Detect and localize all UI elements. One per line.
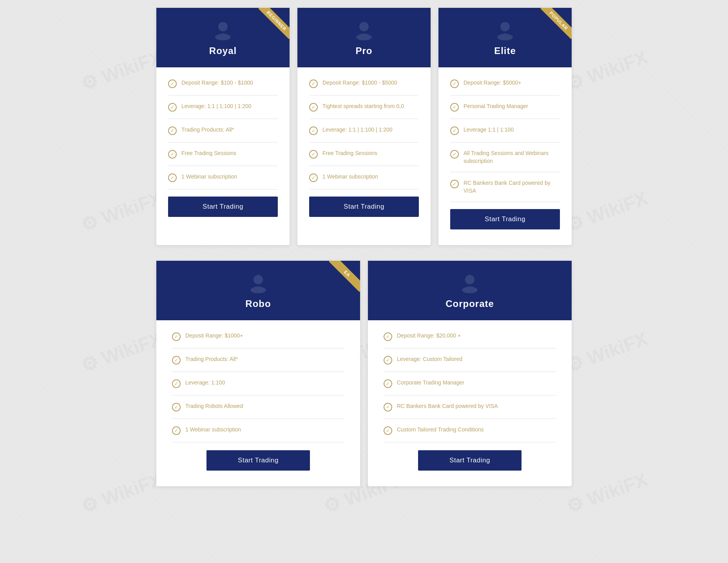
robo-start-trading-button[interactable]: Start Trading	[206, 450, 310, 471]
elite-check-icon-5: ✓	[450, 180, 459, 188]
corporate-check-icon-2: ✓	[384, 356, 392, 365]
royal-feature-text-2: Leverage: 1:1 | 1:100 | 1:200	[181, 103, 252, 110]
check-icon-4: ✓	[168, 150, 177, 159]
corporate-feature-2: ✓ Leverage: Custom Tailored	[384, 355, 556, 372]
elite-feature-text-2: Personal Trading Manager	[464, 103, 528, 110]
elite-feature-text-5: RC Bankers Bank Card powered by VISA	[464, 179, 560, 195]
robo-feature-3: ✓ Leverage: 1:100	[172, 379, 344, 395]
pro-check-icon-1: ✓	[309, 79, 318, 88]
top-plans-row: BEGINNER Royal ✓ Deposit Range: $100 - $…	[24, 8, 704, 245]
robo-check-icon-5: ✓	[172, 426, 181, 435]
royal-feature-5: ✓ 1 Webinar subscription	[168, 173, 278, 189]
royal-feature-1: ✓ Deposit Range: $100 - $1000	[168, 79, 278, 96]
pro-feature-5: ✓ 1 Webinar subscription	[309, 173, 419, 189]
pro-start-trading-button[interactable]: Start Trading	[309, 197, 419, 217]
corporate-feature-text-4: RC Bankers Bank Card powered by VISA	[397, 402, 498, 410]
elite-icon	[493, 19, 517, 42]
check-icon-2: ✓	[168, 103, 177, 112]
robo-check-icon-1: ✓	[172, 332, 181, 341]
page-wrapper: BEGINNER Royal ✓ Deposit Range: $100 - $…	[0, 0, 728, 510]
corporate-start-trading-button[interactable]: Start Trading	[418, 450, 522, 471]
royal-start-trading-button[interactable]: Start Trading	[168, 197, 278, 217]
check-icon-3: ✓	[168, 126, 177, 135]
pro-feature-1: ✓ Deposit Range: $1000 - $5000	[309, 79, 419, 96]
robo-feature-4: ✓ Trading Robots Allowed	[172, 402, 344, 419]
pro-plan-name: Pro	[305, 45, 423, 56]
robo-feature-text-2: Trading Products: All*	[185, 355, 238, 363]
robo-check-icon-4: ✓	[172, 403, 181, 411]
corporate-feature-1: ✓ Deposit Range: $20,000 +	[384, 332, 556, 348]
royal-icon	[211, 19, 235, 42]
elite-check-icon-3: ✓	[450, 126, 459, 135]
pro-plan-card: Pro ✓ Deposit Range: $1000 - $5000 ✓ Tig…	[297, 8, 431, 245]
corporate-feature-text-5: Custom Tailored Trading Conditions	[397, 426, 484, 434]
elite-ribbon-text: POPULAR	[540, 8, 572, 39]
royal-feature-3: ✓ Trading Products: All*	[168, 126, 278, 143]
robo-feature-text-1: Deposit Range: $1000+	[185, 332, 243, 340]
robo-feature-5: ✓ 1 Webinar subscription	[172, 426, 344, 442]
pro-feature-text-5: 1 Webinar subscription	[322, 173, 378, 181]
corporate-feature-text-3: Corporate Trading Manager	[397, 379, 464, 387]
elite-check-icon-2: ✓	[450, 103, 459, 112]
corporate-feature-text-1: Deposit Range: $20,000 +	[397, 332, 461, 340]
royal-ribbon: BEGINNER	[254, 8, 290, 43]
svg-point-1	[359, 22, 369, 31]
royal-feature-4: ✓ Free Trading Sessions	[168, 150, 278, 166]
pro-feature-2: ✓ Tightest spreads starting from 0,0	[309, 103, 419, 119]
corporate-check-icon-3: ✓	[384, 379, 392, 388]
pro-plan-header: Pro	[297, 8, 431, 67]
robo-check-icon-3: ✓	[172, 379, 181, 388]
robo-feature-text-4: Trading Robots Allowed	[185, 402, 243, 410]
elite-feature-text-3: Leverage 1:1 | 1:100	[464, 126, 514, 134]
elite-feature-2: ✓ Personal Trading Manager	[450, 103, 560, 119]
royal-ribbon-text: BEGINNER	[258, 8, 290, 39]
elite-feature-4: ✓ All Trading Sessions and Webinars subs…	[450, 150, 560, 172]
corporate-feature-text-2: Leverage: Custom Tailored	[397, 355, 462, 363]
robo-plan-name: Robo	[164, 298, 352, 309]
corporate-check-icon-1: ✓	[384, 332, 392, 341]
pro-icon	[352, 19, 376, 42]
corporate-icon	[458, 272, 482, 295]
royal-feature-text-1: Deposit Range: $100 - $1000	[181, 79, 253, 87]
elite-feature-1: ✓ Deposit Range: $5000+	[450, 79, 560, 96]
elite-check-icon-1: ✓	[450, 79, 459, 88]
corporate-plan-header: Corporate	[368, 261, 572, 320]
svg-point-0	[218, 22, 228, 31]
robo-plan-body: ✓ Deposit Range: $1000+ ✓ Trading Produc…	[156, 320, 360, 486]
pro-feature-text-4: Free Trading Sessions	[322, 150, 377, 157]
corporate-check-icon-4: ✓	[384, 403, 392, 411]
robo-feature-2: ✓ Trading Products: All*	[172, 355, 344, 372]
corporate-plan-name: Corporate	[376, 298, 564, 309]
check-icon-5: ✓	[168, 173, 177, 182]
pro-feature-4: ✓ Free Trading Sessions	[309, 150, 419, 166]
robo-icon	[246, 272, 270, 295]
royal-feature-text-5: 1 Webinar subscription	[181, 173, 237, 181]
robo-ribbon-text: EA	[329, 261, 360, 292]
pro-feature-text-1: Deposit Range: $1000 - $5000	[322, 79, 397, 87]
robo-feature-text-5: 1 Webinar subscription	[185, 426, 241, 434]
pro-check-icon-5: ✓	[309, 173, 318, 182]
elite-feature-text-4: All Trading Sessions and Webinars subscr…	[464, 150, 560, 165]
svg-point-3	[254, 275, 263, 284]
svg-point-2	[500, 22, 510, 31]
robo-ribbon: EA	[325, 261, 360, 296]
royal-feature-2: ✓ Leverage: 1:1 | 1:100 | 1:200	[168, 103, 278, 119]
elite-feature-text-1: Deposit Range: $5000+	[464, 79, 522, 87]
pro-check-icon-3: ✓	[309, 126, 318, 135]
elite-check-icon-4: ✓	[450, 150, 459, 159]
elite-plan-body: ✓ Deposit Range: $5000+ ✓ Personal Tradi…	[438, 67, 572, 245]
svg-point-4	[465, 275, 474, 284]
elite-start-trading-button[interactable]: Start Trading	[450, 209, 560, 229]
elite-feature-3: ✓ Leverage 1:1 | 1:100	[450, 126, 560, 143]
robo-feature-1: ✓ Deposit Range: $1000+	[172, 332, 344, 348]
pro-feature-text-2: Tightest spreads starting from 0,0	[322, 103, 404, 110]
robo-check-icon-2: ✓	[172, 356, 181, 365]
robo-feature-text-3: Leverage: 1:100	[185, 379, 225, 387]
pro-check-icon-4: ✓	[309, 150, 318, 159]
royal-plan-card: BEGINNER Royal ✓ Deposit Range: $100 - $…	[156, 8, 290, 245]
robo-plan-card: EA Robo ✓ Deposit Range: $1000+ ✓	[156, 261, 360, 486]
corporate-plan-body: ✓ Deposit Range: $20,000 + ✓ Leverage: C…	[368, 320, 572, 486]
elite-ribbon: POPULAR	[536, 8, 572, 43]
royal-feature-text-3: Trading Products: All*	[181, 126, 234, 134]
pro-feature-text-3: Leverage: 1:1 | 1:100 | 1:200	[322, 126, 393, 134]
